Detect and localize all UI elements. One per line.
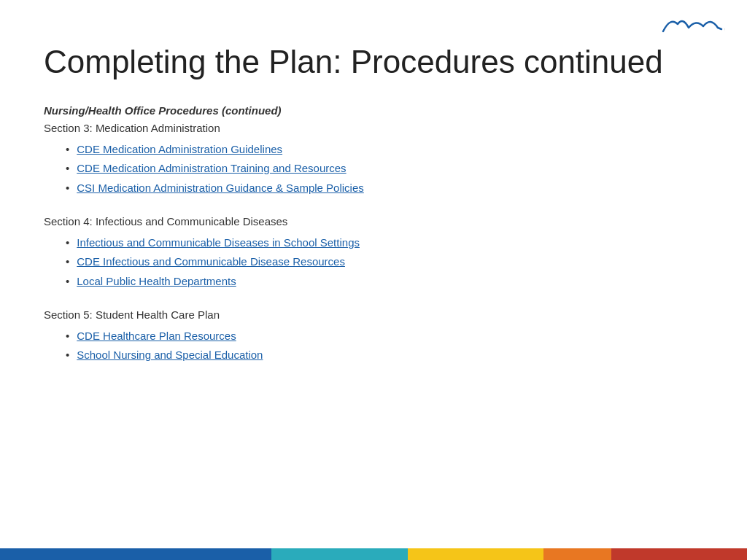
section-3-title: Section 3: Medication Administration xyxy=(44,120,703,137)
section-3-block: Nursing/Health Office Procedures (contin… xyxy=(44,103,703,197)
link-csi-medication-guidance[interactable]: CSI Medication Administration Guidance &… xyxy=(77,180,364,197)
logo-area: ™ xyxy=(659,13,725,39)
list-item: Infectious and Communicable Diseases in … xyxy=(66,235,703,252)
bar-yellow xyxy=(408,548,543,560)
list-item: CSI Medication Administration Guidance &… xyxy=(66,180,703,197)
link-cde-medication-guidelines[interactable]: CDE Medication Administration Guidelines xyxy=(77,141,282,158)
link-local-public-health[interactable]: Local Public Health Departments xyxy=(77,273,236,290)
link-school-nursing-special-ed[interactable]: School Nursing and Special Education xyxy=(77,347,263,364)
svg-text:™: ™ xyxy=(724,28,725,34)
list-item: CDE Infectious and Communicable Disease … xyxy=(66,254,703,271)
bar-orange xyxy=(543,548,611,560)
bar-teal xyxy=(271,548,407,560)
list-item: CDE Healthcare Plan Resources xyxy=(66,328,703,345)
section-3-list: CDE Medication Administration Guidelines… xyxy=(66,141,703,197)
link-cde-infectious-resources[interactable]: CDE Infectious and Communicable Disease … xyxy=(77,254,345,271)
link-cde-medication-training[interactable]: CDE Medication Administration Training a… xyxy=(77,160,346,177)
link-infectious-diseases-school[interactable]: Infectious and Communicable Diseases in … xyxy=(77,235,360,252)
section-4-block: Section 4: Infectious and Communicable D… xyxy=(44,214,703,289)
section-3-header: Nursing/Health Office Procedures (contin… xyxy=(44,103,703,120)
list-item: CDE Medication Administration Guidelines xyxy=(66,141,703,158)
bar-red xyxy=(611,548,747,560)
section-4-list: Infectious and Communicable Diseases in … xyxy=(66,235,703,290)
list-item: School Nursing and Special Education xyxy=(66,347,703,364)
section-5-title: Section 5: Student Health Care Plan xyxy=(44,307,703,324)
bar-blue xyxy=(0,548,271,560)
slide-container: ™ Completing the Plan: Procedures contin… xyxy=(0,0,747,560)
logo-icon: ™ xyxy=(659,13,725,39)
list-item: CDE Medication Administration Training a… xyxy=(66,160,703,177)
slide-title: Completing the Plan: Procedures continue… xyxy=(44,44,703,81)
section-5-block: Section 5: Student Health Care Plan CDE … xyxy=(44,307,703,364)
section-5-list: CDE Healthcare Plan Resources School Nur… xyxy=(66,328,703,364)
section-4-title: Section 4: Infectious and Communicable D… xyxy=(44,214,703,230)
bottom-bar xyxy=(0,548,747,560)
link-cde-healthcare-plan[interactable]: CDE Healthcare Plan Resources xyxy=(77,328,236,345)
content-area: Nursing/Health Office Procedures (contin… xyxy=(44,103,703,364)
list-item: Local Public Health Departments xyxy=(66,273,703,290)
